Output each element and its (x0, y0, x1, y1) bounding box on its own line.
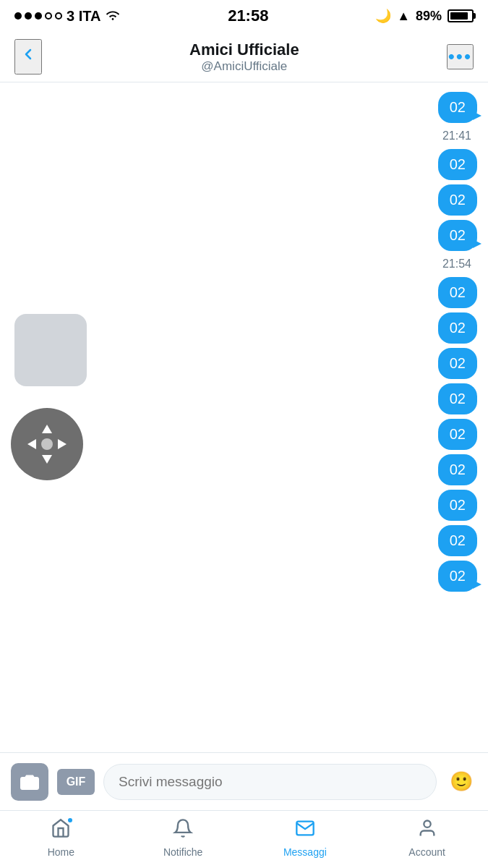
carrier-label: 3 ITA (67, 8, 100, 25)
account-icon (417, 818, 437, 843)
wifi-icon (105, 8, 121, 25)
signal-dot-3 (35, 12, 42, 20)
signal-dots (14, 12, 62, 20)
message-row: 02 (11, 383, 477, 414)
svg-marker-0 (42, 425, 52, 433)
chat-area: 02 21:41 02 02 02 21:54 02 02 02 02 02 (0, 82, 488, 752)
message-bubble: 02 (438, 277, 477, 308)
header-center: Amici Ufficiale @AmiciUfficiale (189, 41, 299, 74)
message-row: 02 (11, 92, 477, 123)
account-label: Account (408, 846, 445, 858)
bottom-nav: Home Notifiche Messaggi Account (0, 810, 488, 868)
signal-dot-2 (25, 12, 32, 20)
header: Amici Ufficiale @AmiciUfficiale ••• (0, 32, 488, 82)
profile-handle: @AmiciUfficiale (189, 59, 299, 74)
input-bar: GIF 🙂 (0, 752, 488, 810)
timestamp-2: 21:54 (17, 258, 471, 271)
svg-point-4 (41, 438, 53, 450)
message-bubble: 02 (438, 220, 477, 251)
message-bubble: 02 (438, 184, 477, 216)
svg-point-5 (424, 820, 430, 827)
status-bar: 3 ITA 21:58 🌙 ▲ 89% (0, 0, 488, 32)
bell-icon (173, 818, 193, 843)
status-left: 3 ITA (14, 8, 121, 25)
status-right: 🌙 ▲ 89% (375, 8, 474, 24)
avatar (14, 314, 87, 386)
message-bubble: 02 (438, 525, 477, 556)
message-row: 02 (11, 454, 477, 485)
nav-item-account[interactable]: Account (398, 818, 456, 858)
nav-item-home[interactable]: Home (32, 818, 90, 858)
message-row: 02 (11, 561, 477, 592)
back-button[interactable] (14, 39, 42, 75)
gif-button[interactable]: GIF (57, 769, 95, 795)
message-bubble: 02 (438, 419, 477, 450)
more-options-button[interactable]: ••• (447, 44, 474, 69)
signal-dot-1 (14, 12, 22, 20)
message-bubble: 02 (438, 490, 477, 521)
battery-fill (450, 12, 468, 20)
signal-dot-4 (45, 12, 52, 20)
message-bubble: 02 (438, 92, 477, 123)
status-time: 21:58 (228, 7, 268, 25)
message-bubble: 02 (438, 383, 477, 414)
messages-label: Messaggi (283, 846, 327, 858)
message-bubble-last: 02 (438, 561, 477, 592)
message-bubble: 02 (438, 149, 477, 180)
svg-marker-3 (58, 439, 67, 449)
home-label: Home (48, 846, 74, 858)
message-row: 02 (11, 184, 477, 216)
svg-marker-1 (42, 455, 52, 464)
message-bubble: 02 (438, 312, 477, 344)
drag-control[interactable] (11, 408, 83, 480)
notification-dot (67, 817, 74, 824)
nav-item-notifications[interactable]: Notifiche (154, 818, 212, 858)
signal-dot-5 (55, 12, 62, 20)
message-row: 02 (11, 220, 477, 251)
profile-name: Amici Ufficiale (189, 41, 299, 59)
message-bubble: 02 (438, 348, 477, 379)
location-icon: ▲ (397, 9, 410, 24)
message-bubble: 02 (438, 454, 477, 485)
message-input[interactable] (103, 764, 437, 800)
message-row: 02 (11, 525, 477, 556)
svg-marker-2 (27, 439, 36, 449)
battery-icon (448, 9, 474, 22)
notifications-label: Notifiche (163, 846, 202, 858)
message-row: 02 (11, 277, 477, 308)
message-row: 02 (11, 149, 477, 180)
timestamp-1: 21:41 (17, 129, 471, 142)
messages-icon (295, 818, 315, 843)
home-icon (51, 818, 71, 843)
camera-button[interactable] (11, 763, 48, 801)
nav-item-messages[interactable]: Messaggi (276, 818, 334, 858)
battery-percent: 89% (416, 9, 442, 24)
message-row: 02 (11, 490, 477, 521)
moon-icon: 🌙 (375, 8, 391, 24)
emoji-button[interactable]: 🙂 (445, 766, 477, 798)
